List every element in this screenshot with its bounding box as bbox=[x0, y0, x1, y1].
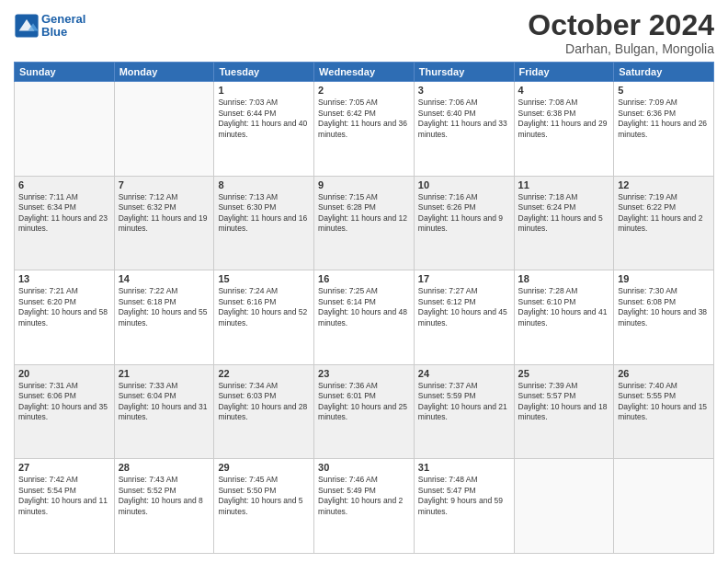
day-info: Sunrise: 7:30 AMSunset: 6:08 PMDaylight:… bbox=[618, 286, 710, 328]
logo-text: General Blue bbox=[41, 13, 85, 40]
day-cell: 7Sunrise: 7:12 AMSunset: 6:32 PMDaylight… bbox=[114, 176, 214, 270]
day-cell bbox=[614, 459, 714, 554]
week-row-2: 6Sunrise: 7:11 AMSunset: 6:34 PMDaylight… bbox=[15, 176, 714, 270]
logo-line1: General bbox=[41, 12, 85, 26]
day-cell: 28Sunrise: 7:43 AMSunset: 5:52 PMDayligh… bbox=[114, 459, 214, 554]
day-info: Sunrise: 7:36 AMSunset: 6:01 PMDaylight:… bbox=[318, 381, 410, 423]
day-info: Sunrise: 7:05 AMSunset: 6:42 PMDaylight:… bbox=[318, 98, 410, 140]
day-number: 8 bbox=[218, 179, 310, 190]
day-info: Sunrise: 7:03 AMSunset: 6:44 PMDaylight:… bbox=[218, 98, 310, 140]
day-info: Sunrise: 7:12 AMSunset: 6:32 PMDaylight:… bbox=[119, 192, 210, 235]
day-cell: 10Sunrise: 7:16 AMSunset: 6:26 PMDayligh… bbox=[414, 176, 514, 270]
header-row: Sunday Monday Tuesday Wednesday Thursday… bbox=[15, 63, 714, 82]
day-info: Sunrise: 7:21 AMSunset: 6:20 PMDaylight:… bbox=[18, 286, 110, 328]
day-info: Sunrise: 7:31 AMSunset: 6:06 PMDaylight:… bbox=[18, 381, 110, 423]
day-cell: 26Sunrise: 7:40 AMSunset: 5:55 PMDayligh… bbox=[614, 364, 714, 459]
logo-line2: Blue bbox=[41, 25, 67, 39]
week-row-3: 13Sunrise: 7:21 AMSunset: 6:20 PMDayligh… bbox=[15, 270, 714, 365]
day-info: Sunrise: 7:46 AMSunset: 5:49 PMDaylight:… bbox=[318, 475, 410, 517]
day-cell: 15Sunrise: 7:24 AMSunset: 6:16 PMDayligh… bbox=[214, 270, 314, 365]
day-number: 2 bbox=[318, 85, 410, 96]
day-number: 10 bbox=[418, 179, 510, 190]
day-info: Sunrise: 7:42 AMSunset: 5:54 PMDaylight:… bbox=[18, 475, 110, 517]
location-subtitle: Darhan, Bulgan, Mongolia bbox=[528, 41, 714, 56]
day-number: 4 bbox=[518, 85, 610, 96]
col-friday: Friday bbox=[514, 63, 614, 82]
day-info: Sunrise: 7:43 AMSunset: 5:52 PMDaylight:… bbox=[119, 475, 210, 517]
col-tuesday: Tuesday bbox=[214, 63, 314, 82]
day-number: 12 bbox=[618, 179, 710, 190]
day-cell: 29Sunrise: 7:45 AMSunset: 5:50 PMDayligh… bbox=[214, 459, 314, 554]
day-number: 7 bbox=[119, 179, 210, 190]
day-cell: 14Sunrise: 7:22 AMSunset: 6:18 PMDayligh… bbox=[114, 270, 214, 365]
page-header: General Blue October 2024 Darhan, Bulgan… bbox=[14, 9, 714, 56]
day-info: Sunrise: 7:11 AMSunset: 6:34 PMDaylight:… bbox=[18, 192, 110, 235]
day-number: 19 bbox=[618, 273, 710, 284]
day-cell: 1Sunrise: 7:03 AMSunset: 6:44 PMDaylight… bbox=[214, 82, 314, 177]
day-number: 9 bbox=[318, 179, 410, 190]
day-cell: 23Sunrise: 7:36 AMSunset: 6:01 PMDayligh… bbox=[314, 364, 415, 459]
col-wednesday: Wednesday bbox=[314, 63, 415, 82]
day-cell: 5Sunrise: 7:09 AMSunset: 6:36 PMDaylight… bbox=[614, 82, 714, 177]
day-number: 18 bbox=[518, 273, 610, 284]
day-number: 14 bbox=[119, 273, 210, 284]
day-info: Sunrise: 7:16 AMSunset: 6:26 PMDaylight:… bbox=[418, 192, 510, 235]
day-number: 3 bbox=[418, 85, 510, 96]
day-number: 31 bbox=[418, 462, 510, 473]
day-info: Sunrise: 7:08 AMSunset: 6:38 PMDaylight:… bbox=[518, 98, 610, 140]
day-cell: 21Sunrise: 7:33 AMSunset: 6:04 PMDayligh… bbox=[114, 364, 214, 459]
title-section: October 2024 Darhan, Bulgan, Mongolia bbox=[528, 9, 714, 56]
day-number: 25 bbox=[518, 368, 610, 379]
day-number: 26 bbox=[618, 368, 710, 379]
col-saturday: Saturday bbox=[614, 63, 714, 82]
day-info: Sunrise: 7:40 AMSunset: 5:55 PMDaylight:… bbox=[618, 381, 710, 423]
day-cell: 8Sunrise: 7:13 AMSunset: 6:30 PMDaylight… bbox=[214, 176, 314, 270]
day-number: 6 bbox=[18, 179, 110, 190]
day-info: Sunrise: 7:39 AMSunset: 5:57 PMDaylight:… bbox=[518, 381, 610, 423]
day-number: 28 bbox=[119, 462, 210, 473]
day-cell: 20Sunrise: 7:31 AMSunset: 6:06 PMDayligh… bbox=[15, 364, 115, 459]
week-row-4: 20Sunrise: 7:31 AMSunset: 6:06 PMDayligh… bbox=[15, 364, 714, 459]
day-cell bbox=[114, 82, 214, 177]
logo-icon bbox=[14, 13, 40, 39]
day-info: Sunrise: 7:13 AMSunset: 6:30 PMDaylight:… bbox=[218, 192, 310, 235]
day-number: 24 bbox=[418, 368, 510, 379]
week-row-5: 27Sunrise: 7:42 AMSunset: 5:54 PMDayligh… bbox=[15, 459, 714, 554]
day-info: Sunrise: 7:09 AMSunset: 6:36 PMDaylight:… bbox=[618, 98, 710, 140]
day-cell: 4Sunrise: 7:08 AMSunset: 6:38 PMDaylight… bbox=[514, 82, 614, 177]
month-title: October 2024 bbox=[528, 9, 714, 41]
day-cell: 30Sunrise: 7:46 AMSunset: 5:49 PMDayligh… bbox=[314, 459, 415, 554]
day-info: Sunrise: 7:45 AMSunset: 5:50 PMDaylight:… bbox=[218, 475, 310, 517]
day-info: Sunrise: 7:24 AMSunset: 6:16 PMDaylight:… bbox=[218, 286, 310, 328]
day-cell: 19Sunrise: 7:30 AMSunset: 6:08 PMDayligh… bbox=[614, 270, 714, 365]
day-info: Sunrise: 7:18 AMSunset: 6:24 PMDaylight:… bbox=[518, 192, 610, 235]
week-row-1: 1Sunrise: 7:03 AMSunset: 6:44 PMDaylight… bbox=[15, 82, 714, 177]
day-cell: 16Sunrise: 7:25 AMSunset: 6:14 PMDayligh… bbox=[314, 270, 415, 365]
day-number: 22 bbox=[218, 368, 310, 379]
day-cell: 13Sunrise: 7:21 AMSunset: 6:20 PMDayligh… bbox=[15, 270, 115, 365]
day-number: 23 bbox=[318, 368, 410, 379]
day-cell bbox=[514, 459, 614, 554]
day-number: 17 bbox=[418, 273, 510, 284]
day-number: 13 bbox=[18, 273, 110, 284]
day-cell: 3Sunrise: 7:06 AMSunset: 6:40 PMDaylight… bbox=[414, 82, 514, 177]
day-cell: 6Sunrise: 7:11 AMSunset: 6:34 PMDaylight… bbox=[15, 176, 115, 270]
day-cell: 25Sunrise: 7:39 AMSunset: 5:57 PMDayligh… bbox=[514, 364, 614, 459]
day-info: Sunrise: 7:15 AMSunset: 6:28 PMDaylight:… bbox=[318, 192, 410, 235]
col-monday: Monday bbox=[114, 63, 214, 82]
day-cell: 11Sunrise: 7:18 AMSunset: 6:24 PMDayligh… bbox=[514, 176, 614, 270]
day-info: Sunrise: 7:22 AMSunset: 6:18 PMDaylight:… bbox=[119, 286, 210, 328]
day-info: Sunrise: 7:33 AMSunset: 6:04 PMDaylight:… bbox=[119, 381, 210, 423]
day-number: 11 bbox=[518, 179, 610, 190]
col-sunday: Sunday bbox=[15, 63, 115, 82]
day-number: 27 bbox=[18, 462, 110, 473]
day-cell bbox=[15, 82, 115, 177]
day-info: Sunrise: 7:06 AMSunset: 6:40 PMDaylight:… bbox=[418, 98, 510, 140]
day-info: Sunrise: 7:28 AMSunset: 6:10 PMDaylight:… bbox=[518, 286, 610, 328]
day-number: 30 bbox=[318, 462, 410, 473]
col-thursday: Thursday bbox=[414, 63, 514, 82]
day-number: 15 bbox=[218, 273, 310, 284]
day-number: 1 bbox=[218, 85, 310, 96]
day-info: Sunrise: 7:48 AMSunset: 5:47 PMDaylight:… bbox=[418, 475, 510, 517]
day-cell: 9Sunrise: 7:15 AMSunset: 6:28 PMDaylight… bbox=[314, 176, 415, 270]
